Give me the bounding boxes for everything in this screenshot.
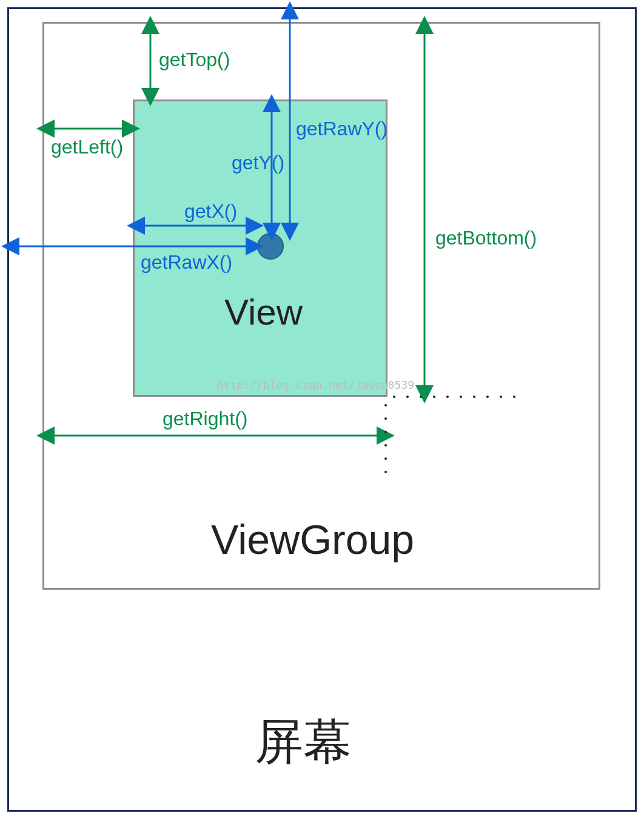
label-getrawx: getRawX() [141,251,232,274]
label-viewgroup: ViewGroup [211,516,414,563]
label-getbottom: getBottom() [435,227,537,249]
label-view: View [224,291,303,333]
label-getrawy: getRawY() [296,118,387,140]
watermark-text: http://blog.csdn.net/jason0539 [217,379,414,391]
label-gety: getY() [232,152,284,174]
label-screen: 屏幕 [255,710,352,775]
label-getleft: getLeft() [51,136,123,158]
label-getx: getX() [184,200,237,223]
touch-point-icon [257,233,284,260]
label-getright: getRight() [163,408,248,430]
label-gettop: getTop() [159,49,230,71]
